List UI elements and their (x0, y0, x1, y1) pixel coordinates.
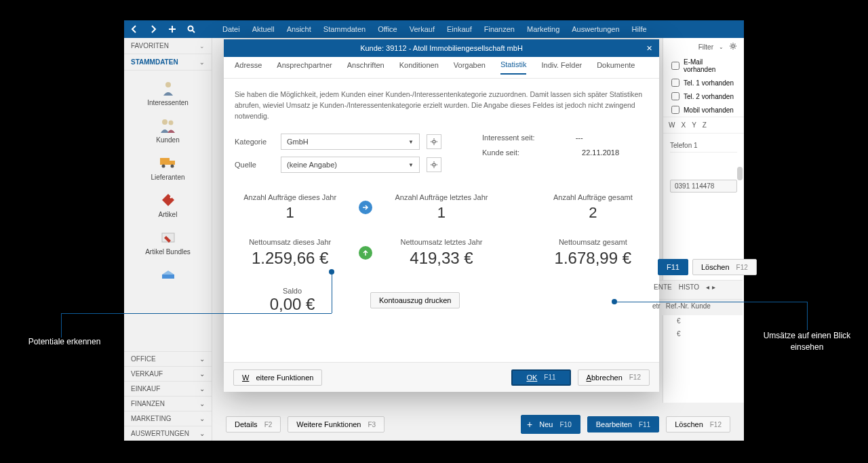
col-etr[interactable]: etr (652, 302, 660, 310)
menu-stammdaten[interactable]: Stammdaten (323, 25, 366, 33)
sidebar-item-more[interactable] (124, 262, 212, 292)
letter-y[interactable]: Y (692, 121, 696, 129)
tab-ente[interactable]: ENTE (654, 283, 672, 291)
tab-histo[interactable]: HISTO (679, 283, 699, 291)
svg-point-3 (168, 121, 173, 125)
filter-tel2[interactable]: Tel. 2 vorhanden (663, 89, 744, 103)
chevron-down-icon: ⌄ (199, 355, 205, 363)
gear-icon[interactable] (427, 134, 441, 149)
checkbox[interactable] (671, 79, 679, 87)
tab-right-icon[interactable]: ▸ (712, 283, 715, 291)
weitere-funktionen-button[interactable]: Weitere FunktionenF3 (288, 416, 384, 432)
tab-statistik[interactable]: Statistik (500, 60, 527, 75)
folder-tag-icon (158, 229, 178, 245)
menu-office[interactable]: Office (378, 25, 397, 33)
sidebar-item-artikel[interactable]: Artikel (124, 188, 212, 225)
tab-dokumente[interactable]: Dokumente (597, 61, 635, 74)
menu-auswertungen[interactable]: Auswertungen (572, 25, 619, 33)
menu-datei[interactable]: Datei (222, 25, 240, 33)
sidebar-section-stammdaten[interactable]: STAMMDATEN⌄ (124, 54, 212, 71)
search-icon[interactable] (186, 24, 196, 34)
filter-label[interactable]: Filter (698, 43, 713, 51)
abbrechen-button[interactable]: AbbrechenF12 (578, 369, 650, 386)
menu-einkauf[interactable]: Einkauf (447, 25, 472, 33)
kategorie-label: Kategorie (235, 138, 274, 146)
sidebar-section-verkauf[interactable]: VERKAUF⌄ (124, 366, 212, 381)
sidebar-section-office[interactable]: OFFICE⌄ (124, 351, 212, 366)
filter-tel1[interactable]: Tel. 1 vorhanden (663, 76, 744, 89)
ok-button[interactable]: OKF11 (511, 369, 570, 386)
chevron-down-icon: ⌄ (199, 415, 205, 422)
sidebar-item-interessenten[interactable]: Interessenten (124, 76, 212, 113)
sidebar-item-label: Interessenten (124, 99, 212, 106)
chevron-down-icon[interactable]: ⌄ (719, 44, 724, 50)
sidebar-section-finanzen[interactable]: FINANZEN⌄ (124, 396, 212, 411)
letter-x[interactable]: X (681, 121, 686, 129)
right-panel: Filter ⌄ E-Mail vorhanden Tel. 1 vorhand… (663, 38, 744, 403)
checkbox[interactable] (671, 106, 679, 114)
kategorie-select[interactable]: GmbH ▼ (281, 134, 420, 150)
tab-ansprechpartner[interactable]: Ansprechpartner (277, 61, 332, 74)
stat-netto-this-year: Nettoumsatz dieses Jahr 1.259,66 € (235, 238, 345, 268)
menubar: Datei Aktuell Ansicht Stammdaten Office … (216, 20, 744, 38)
interessent-seit-label: Interessent seit: (482, 134, 535, 142)
details-button[interactable]: DetailsF2 (226, 416, 281, 432)
menu-finanzen[interactable]: Finanzen (484, 25, 515, 33)
svg-point-13 (433, 163, 435, 166)
tab-anschriften[interactable]: Anschriften (347, 61, 384, 74)
loeschen-button[interactable]: LöschenF12 (666, 416, 730, 432)
checkbox[interactable] (671, 92, 679, 100)
tab-indiv-felder[interactable]: Indiv. Felder (541, 61, 582, 74)
letter-z[interactable]: Z (703, 121, 707, 129)
sidebar-item-kunden[interactable]: Kunden (124, 113, 212, 150)
sidebar-section-auswertungen[interactable]: AUSWERTUNGEN⌄ (124, 426, 212, 441)
alpha-filter: W X Y Z (663, 117, 744, 134)
col-refnr[interactable]: Ref.-Nr. Kunde (666, 302, 711, 310)
checkbox[interactable] (671, 62, 679, 70)
svg-point-11 (732, 45, 734, 47)
bg-doc-tabs: ENTE HISTO ◂▸ (654, 283, 715, 291)
bg-f11-button[interactable]: F11 (658, 259, 688, 275)
sidebar-section-marketing[interactable]: MARKETING⌄ (124, 411, 212, 426)
dialog-title: Kunde: 39112 - Atoll Immobiliengesellsch… (224, 39, 659, 57)
gear-icon[interactable] (729, 42, 737, 52)
plus-icon[interactable] (167, 24, 177, 34)
menu-ansicht[interactable]: Ansicht (287, 25, 311, 33)
menu-marketing[interactable]: Marketing (527, 25, 559, 33)
letter-w[interactable]: W (669, 121, 675, 129)
svg-point-7 (170, 165, 174, 168)
tab-left-icon[interactable]: ◂ (706, 283, 709, 291)
column-telefon1[interactable]: Telefon 1 (670, 139, 737, 153)
menu-aktuell[interactable]: Aktuell (252, 25, 275, 33)
filter-email[interactable]: E-Mail vorhanden (663, 56, 744, 76)
svg-point-8 (170, 197, 172, 199)
back-icon[interactable] (130, 24, 139, 34)
menu-verkauf[interactable]: Verkauf (410, 25, 435, 33)
sidebar-section-einkauf[interactable]: EINKAUF⌄ (124, 381, 212, 396)
scrollbar[interactable] (737, 167, 743, 180)
bg-col-headers: etr Ref.-Nr. Kunde (652, 302, 711, 310)
sidebar-section-favoriten[interactable]: FAVORITEN⌄ (124, 38, 212, 54)
chevron-down-icon: ▼ (408, 139, 414, 145)
tab-vorgaben[interactable]: Vorgaben (454, 61, 486, 74)
arrow-right-icon (359, 201, 372, 214)
close-icon[interactable]: ✕ (639, 39, 659, 57)
forward-icon[interactable] (149, 24, 158, 34)
bg-loeschen-button[interactable]: LöschenF12 (692, 259, 757, 275)
bearbeiten-button[interactable]: BearbeitenF11 (587, 416, 659, 432)
sidebar-item-lieferanten[interactable]: Lieferanten (124, 150, 212, 188)
sidebar-item-artikel-bundles[interactable]: Artikel Bundles (124, 225, 212, 262)
chevron-down-icon: ⌄ (199, 385, 205, 392)
gear-icon[interactable] (427, 157, 441, 172)
stat-auftraege-this-year: Anzahl Aufträge dieses Jahr 1 (235, 193, 345, 222)
quelle-select[interactable]: (keine Angabe) ▼ (281, 157, 420, 173)
kontoauszug-drucken-button[interactable]: Kontoauszug drucken (370, 292, 460, 308)
tab-konditionen[interactable]: Konditionen (399, 61, 439, 74)
filter-mobil[interactable]: Mobil vorhanden (663, 103, 744, 117)
neu-button[interactable]: +NeuF10 (521, 415, 580, 434)
phone-cell[interactable]: 0391 114478 (670, 180, 737, 193)
menu-hilfe[interactable]: Hilfe (632, 25, 647, 33)
chevron-down-icon: ⌄ (199, 59, 205, 66)
weitere-funktionen-button[interactable]: Weitere Funktionen (233, 369, 322, 386)
tab-adresse[interactable]: Adresse (235, 61, 262, 74)
